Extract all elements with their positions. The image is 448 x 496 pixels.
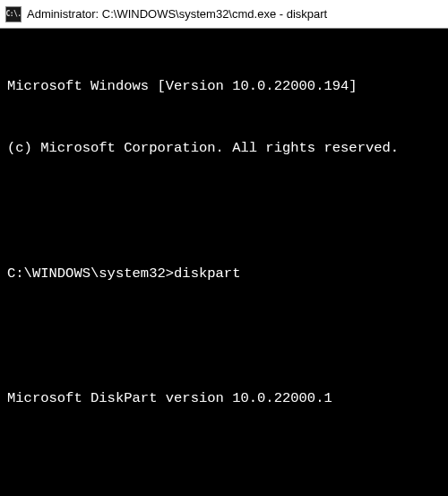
blank-line [7, 326, 441, 347]
window-titlebar: C:\. Administrator: C:\WINDOWS\system32\… [0, 0, 448, 29]
window-title: Administrator: C:\WINDOWS\system32\cmd.e… [27, 7, 327, 21]
terminal-output[interactable]: Microsoft Windows [Version 10.0.22000.19… [0, 29, 448, 496]
blank-line [7, 201, 441, 222]
os-version-line: Microsoft Windows [Version 10.0.22000.19… [7, 76, 441, 97]
cmd-icon: C:\. [5, 6, 22, 22]
blank-line [7, 451, 441, 472]
first-prompt-line: C:\WINDOWS\system32>diskpart [7, 264, 441, 284]
diskpart-version-line: Microsoft DiskPart version 10.0.22000.1 [7, 388, 441, 409]
copyright-line: (c) Microsoft Corporation. All rights re… [7, 138, 441, 159]
diskpart-command: diskpart [174, 265, 240, 282]
cmd-prompt-path: C:\WINDOWS\system32> [7, 265, 174, 282]
